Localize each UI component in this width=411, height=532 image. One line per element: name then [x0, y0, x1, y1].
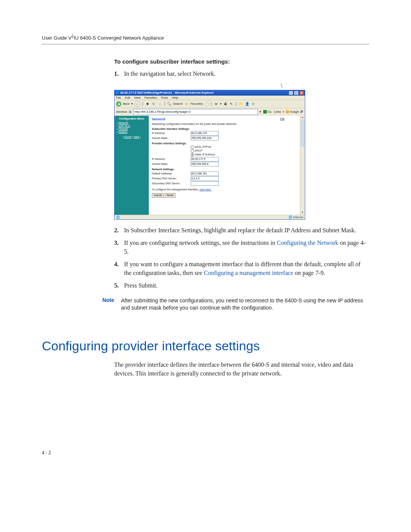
menubar[interactable]: File Edit View Favorites Tools Help [115, 96, 305, 100]
menu-tools[interactable]: Tools [161, 96, 168, 99]
separator: │ [142, 102, 144, 105]
row-gateway: Default Gateway: [152, 171, 297, 176]
ie-statusbar: 🌐 Internet [115, 215, 305, 219]
row-radio-static: Static IP Address [152, 153, 297, 157]
toolbar: ◄ Back ▾ ▸ │ ✖ ↻ ⌂ │ 🔍 Search ★ Favorite… [115, 100, 305, 108]
edit-icon[interactable]: ✎ [229, 102, 234, 106]
minimize-button[interactable]: _ [288, 91, 293, 95]
links-chevron-icon[interactable]: » [282, 110, 284, 113]
refresh-icon[interactable]: ↻ [151, 102, 156, 106]
step-4: 4. If you want to configure a management… [114, 260, 369, 277]
favorites-label[interactable]: Favorites [190, 102, 203, 105]
step-5: 5. Press Submit. [114, 281, 369, 290]
home-icon[interactable]: ⌂ [158, 102, 162, 106]
forward-button[interactable]: ▸ [134, 101, 140, 107]
configuring-mgmt-interface-link[interactable]: Configuring a management interface [204, 270, 293, 276]
links-label[interactable]: Links [274, 110, 281, 113]
section-paragraph: The provider interface defines the inter… [114, 360, 369, 378]
step-body: Press Submit. [124, 281, 369, 290]
snagit-button[interactable]: SnagIt [286, 110, 299, 113]
favorites-icon[interactable]: ★ [184, 102, 189, 106]
reset-button[interactable]: Reset [165, 193, 175, 198]
panel-heading: Network [152, 117, 297, 121]
step-3: 3. If you are configuring network settin… [114, 238, 369, 256]
sidebar-help-link[interactable]: Help [134, 136, 139, 138]
address-label: Address [116, 110, 127, 113]
radio-static[interactable] [191, 153, 194, 157]
mail-icon[interactable]: ✉ [214, 102, 218, 106]
menu-help[interactable]: Help [172, 96, 178, 99]
label-sub-ip: IP Address: [152, 132, 191, 134]
mgmt-click-here-link[interactable]: click here. [199, 188, 212, 191]
menu-edit[interactable]: Edit [125, 96, 130, 99]
step-body: In the navigation bar, select Network. [124, 69, 369, 78]
sidebar-home-link[interactable]: Home [124, 136, 132, 138]
step-number: 2. [114, 226, 124, 235]
close-button[interactable]: × [299, 91, 304, 95]
label-prov-ip: IP Address: [152, 158, 191, 160]
snagit-extra-icon[interactable]: 🗗 [300, 110, 303, 113]
sidebar-item-voip-alg[interactable]: VoIP ALG [118, 125, 130, 127]
page-header: User Guide V2IU 6400-S Converged Network… [42, 34, 369, 45]
submit-button[interactable]: Submit [152, 193, 164, 198]
step-number: 3. [114, 238, 124, 256]
menu-view[interactable]: View [134, 96, 140, 99]
back-label: Back [123, 102, 130, 105]
note-label: Note [88, 297, 121, 312]
vertical-scrollbar[interactable]: ▲ ▼ [300, 116, 305, 215]
menu-favorites[interactable]: Favorites [145, 96, 157, 99]
input-dns1[interactable] [191, 176, 219, 181]
history-icon[interactable]: 🕘 [204, 102, 209, 106]
row-sub-ip: IP Address: [152, 131, 297, 136]
input-sub-mask[interactable] [191, 136, 219, 141]
section-heading: Configuring provider interface settings [42, 339, 369, 353]
row-radio-dhcp: DHCP [152, 149, 297, 153]
row-prov-mask: Subnet Mask: [152, 162, 297, 166]
step-1: 1. In the navigation bar, select Network… [114, 69, 369, 78]
row-dns2: Secondary DNS Server: [152, 181, 297, 186]
address-dropdown-icon[interactable]: ▾ [260, 110, 261, 113]
menu-file[interactable]: File [116, 96, 121, 99]
window-titlebar: 🌐 66.52.177.5 NGT-EWN-EdgeProtect1 - Mic… [115, 90, 305, 96]
subscriber-group-label: Subscriber Interface Settings: [152, 128, 297, 130]
go-button[interactable]: →Go [263, 110, 272, 113]
input-gateway[interactable] [191, 171, 219, 176]
address-input[interactable] [133, 109, 258, 115]
separator: │ [164, 102, 166, 105]
sidebar-item-system[interactable]: System [118, 131, 127, 133]
folder-icon[interactable]: 📁 [239, 102, 243, 106]
window-title-text: 66.52.177.5 NGT-EWN-EdgeProtect1 - Micro… [120, 91, 214, 94]
input-prov-ip[interactable] [191, 157, 219, 161]
input-dns2[interactable] [191, 181, 219, 186]
messenger-icon[interactable]: 👤 [245, 102, 249, 106]
embedded-screenshot: 🌐 66.52.177.5 NGT-EWN-EdgeProtect1 - Mic… [114, 90, 305, 220]
radio-adsl[interactable] [191, 145, 194, 149]
back-dropdown-icon[interactable]: ▾ [131, 102, 133, 105]
stop-icon[interactable]: ✖ [145, 102, 150, 106]
search-icon[interactable]: 🔍 [167, 102, 172, 106]
page-number: 4 - 2 [42, 450, 369, 455]
scroll-up-arrow[interactable]: ▲ [300, 116, 305, 120]
note-block: Note After submitting the new configurat… [114, 297, 369, 312]
maximize-button[interactable]: □ [294, 91, 299, 95]
sidebar-item-network[interactable]: Network [118, 121, 128, 124]
extra-icon[interactable]: ❖ [251, 102, 255, 106]
configuring-network-link[interactable]: Configuring the Network [277, 240, 338, 246]
sidebar-item-firewall[interactable]: Firewall [118, 128, 127, 130]
print-icon[interactable]: 🖶 [223, 102, 228, 106]
mail-dropdown-icon[interactable]: ▾ [220, 102, 221, 105]
search-label[interactable]: Search [173, 102, 183, 105]
scroll-down-arrow[interactable]: ▼ [300, 211, 305, 215]
page-icon: ▦ [129, 110, 132, 113]
statusbar-left: 🌐 [116, 216, 120, 219]
radio-dhcp[interactable] [191, 149, 194, 153]
mgmt-interface-line: To configure the management interface, c… [152, 188, 297, 191]
back-button[interactable]: ◄ [116, 101, 121, 107]
panel-description: Networking configuration information for… [152, 123, 297, 125]
input-sub-ip[interactable] [191, 131, 219, 136]
scroll-thumb[interactable] [301, 120, 304, 147]
info-link[interactable]: Info [280, 117, 285, 120]
procedure-heading: To configure subscriber interface settin… [114, 58, 369, 65]
input-prov-mask[interactable] [191, 162, 219, 166]
label-sub-mask: Subnet Mask: [152, 137, 191, 139]
